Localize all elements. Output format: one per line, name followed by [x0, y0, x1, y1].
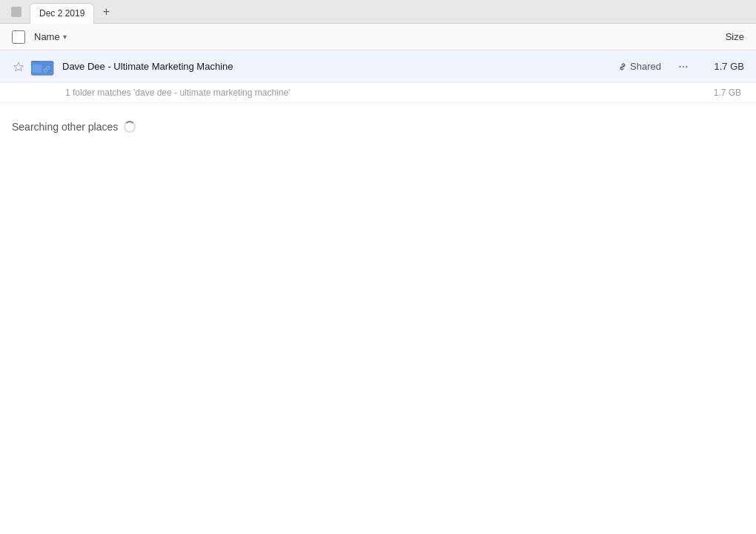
- file-name-label: Dave Dee - Ultimate Marketing Machine: [62, 61, 618, 72]
- svg-rect-0: [11, 7, 21, 17]
- table-header: Name ▾ Size: [0, 24, 756, 50]
- match-size: 1.7 GB: [714, 88, 741, 98]
- main-content: Name ▾ Size 🔗 Dave Dee - Ultimate Market…: [0, 24, 756, 534]
- size-column-header: Size: [685, 31, 744, 42]
- folder-icon-svg: 🔗: [31, 56, 55, 77]
- more-icon: ···: [678, 60, 688, 73]
- searching-other-places-row: Searching other places: [0, 103, 756, 142]
- svg-text:🔗: 🔗: [43, 65, 50, 73]
- folder-icon: 🔗: [31, 55, 55, 79]
- file-size-label: 1.7 GB: [700, 61, 744, 72]
- star-button[interactable]: [12, 60, 25, 73]
- name-column-label: Name: [34, 31, 60, 42]
- size-column-label: Size: [726, 31, 744, 42]
- tab-bar: Dec 2 2019 +: [0, 0, 756, 24]
- more-options-button[interactable]: ···: [673, 56, 694, 77]
- shared-label: Shared: [630, 61, 661, 72]
- file-list-item[interactable]: 🔗 Dave Dee - Ultimate Marketing Machine …: [0, 50, 756, 83]
- name-sort-icon: ▾: [63, 33, 67, 41]
- shared-badge[interactable]: Shared: [618, 61, 661, 72]
- home-tab[interactable]: [6, 3, 27, 21]
- active-tab[interactable]: Dec 2 2019: [30, 3, 94, 24]
- loading-spinner: [124, 121, 136, 133]
- select-all-checkbox[interactable]: [12, 30, 25, 44]
- tab-label: Dec 2 2019: [39, 8, 84, 19]
- match-text-row: 1 folder matches 'dave dee - ultimate ma…: [0, 83, 756, 103]
- match-text: 1 folder matches 'dave dee - ultimate ma…: [65, 88, 290, 98]
- svg-rect-4: [33, 65, 42, 73]
- new-tab-icon: +: [103, 5, 110, 19]
- link-icon: [618, 62, 627, 71]
- new-tab-button[interactable]: +: [97, 3, 115, 21]
- name-column-header[interactable]: Name ▾: [34, 31, 685, 42]
- svg-marker-1: [14, 62, 24, 71]
- searching-label: Searching other places: [12, 121, 118, 133]
- star-icon: [13, 62, 24, 72]
